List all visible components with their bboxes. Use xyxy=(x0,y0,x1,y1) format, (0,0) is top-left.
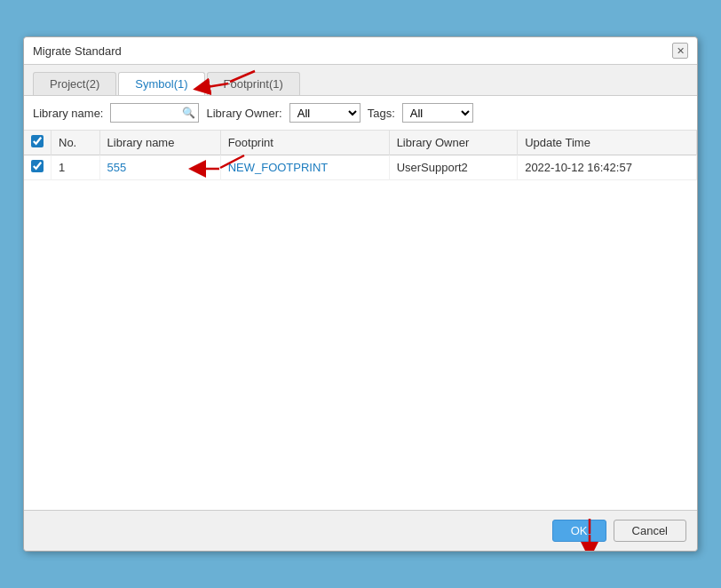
col-library-owner: Library Owner xyxy=(389,131,518,155)
tab-symbol[interactable]: Symbol(1) xyxy=(118,72,204,95)
row-1-library-name-link[interactable]: 555 xyxy=(107,161,127,174)
row-1-checkbox[interactable] xyxy=(31,160,44,172)
tabs-row: Project(2) Symbol(1) Footprint(1) xyxy=(24,65,697,96)
tags-select[interactable]: All xyxy=(402,103,473,123)
library-name-search-wrap: 🔍 xyxy=(110,103,199,123)
col-update-time: Update Time xyxy=(518,131,697,155)
tags-label: Tags: xyxy=(368,107,395,120)
row-1-library-name: 555 xyxy=(99,155,220,180)
row-1-footprint: NEW_FOOTPRINT xyxy=(220,155,389,180)
row-checkbox-cell xyxy=(24,155,52,180)
table-row: 1 555 NEW_FOOTPRINT UserSupport2 2022-10… xyxy=(24,155,697,180)
row-1-library-owner: UserSupport2 xyxy=(389,155,518,180)
row-1-update-time: 2022-10-12 16:42:57 xyxy=(518,155,697,180)
row-1-footprint-link[interactable]: NEW_FOOTPRINT xyxy=(228,161,329,174)
footer: OK Cancel xyxy=(24,510,697,551)
filter-row: Library name: 🔍 Library Owner: All Tags:… xyxy=(24,96,697,131)
table-header-row: No. Library name Footprint Library Owner… xyxy=(24,131,697,155)
tab-project[interactable]: Project(2) xyxy=(33,72,116,95)
table-container: No. Library name Footprint Library Owner… xyxy=(24,131,697,510)
title-bar: Migrate Standard ✕ xyxy=(24,37,697,65)
library-table: No. Library name Footprint Library Owner… xyxy=(24,131,697,180)
library-owner-label: Library Owner: xyxy=(206,107,281,120)
col-library-name: Library name xyxy=(99,131,220,155)
tab-footprint[interactable]: Footprint(1) xyxy=(207,72,300,95)
close-button[interactable]: ✕ xyxy=(672,43,688,59)
migrate-standard-dialog: Migrate Standard ✕ Project(2) Symbol(1) … xyxy=(23,36,698,552)
col-no: No. xyxy=(52,131,100,155)
select-all-checkbox[interactable] xyxy=(31,135,44,147)
col-footprint: Footprint xyxy=(220,131,389,155)
library-name-label: Library name: xyxy=(33,107,103,120)
content-area: No. Library name Footprint Library Owner… xyxy=(24,131,697,510)
dialog-title: Migrate Standard xyxy=(33,44,122,58)
row-1-no: 1 xyxy=(52,155,100,180)
library-owner-select[interactable]: All xyxy=(289,103,360,123)
cancel-button[interactable]: Cancel xyxy=(614,520,686,542)
col-checkbox xyxy=(24,131,52,155)
ok-button[interactable]: OK xyxy=(552,520,606,542)
search-icon: 🔍 xyxy=(182,107,195,119)
